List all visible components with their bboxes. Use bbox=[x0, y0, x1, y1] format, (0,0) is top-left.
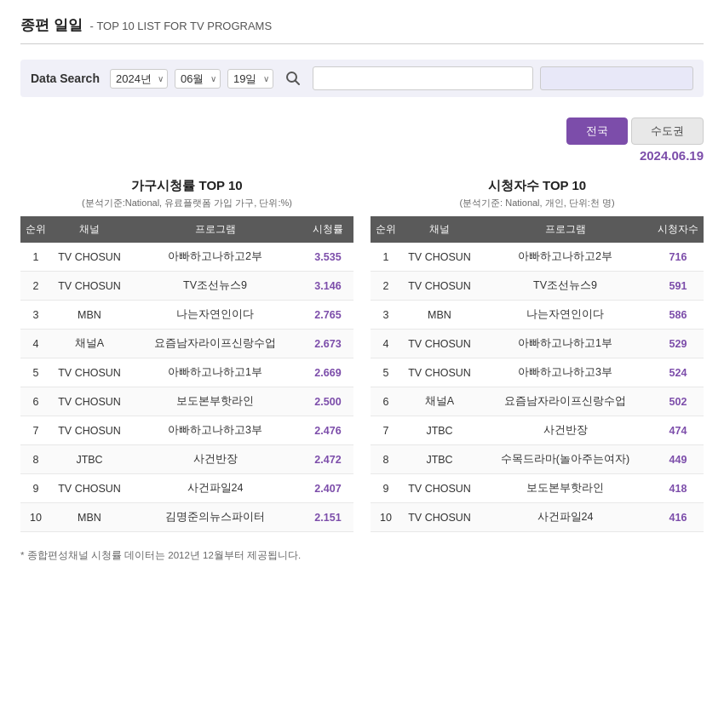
cell-value: 2.407 bbox=[302, 474, 353, 503]
header-title-sub: - TOP 10 LIST FOR TV PROGRAMS bbox=[89, 20, 272, 32]
cell-channel: TV CHOSUN bbox=[401, 243, 478, 272]
cell-value: 2.472 bbox=[302, 445, 353, 474]
cell-program: TV조선뉴스9 bbox=[478, 272, 652, 301]
year-select[interactable]: 2024년 2023년 2022년 bbox=[110, 69, 168, 89]
day-select[interactable]: 01일02일03일04일 05일06일07일08일 09일10일11일12일 1… bbox=[227, 69, 273, 89]
cell-value: 3.146 bbox=[302, 272, 353, 301]
v-col-rank: 순위 bbox=[371, 216, 401, 243]
table-row: 9 TV CHOSUN 사건파일24 2.407 bbox=[20, 474, 353, 503]
cell-value: 2.500 bbox=[302, 387, 353, 416]
footnote: * 종합편성채널 시청률 데이터는 2012년 12월부터 제공됩니다. bbox=[20, 549, 704, 562]
region-buttons: 전국 수도권 bbox=[20, 118, 704, 145]
cell-program: 아빠하고나하고1부 bbox=[128, 358, 302, 387]
svg-line-1 bbox=[295, 81, 299, 85]
header-title-bold: 종편 일일 bbox=[20, 17, 83, 33]
table-row: 10 TV CHOSUN 사건파일24 416 bbox=[371, 503, 704, 532]
cell-value: 474 bbox=[652, 416, 704, 445]
search-input[interactable] bbox=[313, 66, 533, 90]
cell-program: 사건파일24 bbox=[478, 503, 652, 532]
viewers-table: 순위 채널 프로그램 시청자수 1 TV CHOSUN 아빠하고나하고2부 71… bbox=[371, 216, 704, 532]
cell-channel: JTBC bbox=[51, 445, 128, 474]
cell-program: 수목드라마(놀아주는여자) bbox=[478, 445, 652, 474]
viewers-table-title: 시청자수 TOP 10 bbox=[371, 178, 704, 194]
hh-col-rating: 시청률 bbox=[302, 216, 353, 243]
search-button[interactable] bbox=[280, 69, 306, 88]
household-table-section: 가구시청률 TOP 10 (분석기준:National, 유료플랫폼 가입 가구… bbox=[20, 178, 353, 532]
table-row: 10 MBN 김명준의뉴스파이터 2.151 bbox=[20, 503, 353, 532]
cell-program: 요즘남자라이프신랑수업 bbox=[128, 330, 302, 358]
cell-program: 나는자연인이다 bbox=[478, 301, 652, 330]
cell-value: 418 bbox=[652, 474, 704, 503]
cell-value: 2.765 bbox=[302, 301, 353, 330]
cell-value: 449 bbox=[652, 445, 704, 474]
cell-rank: 4 bbox=[20, 330, 51, 358]
table-row: 2 TV CHOSUN TV조선뉴스9 591 bbox=[371, 272, 704, 301]
cell-rank: 2 bbox=[371, 272, 401, 301]
cell-channel: TV CHOSUN bbox=[401, 330, 478, 358]
cell-rank: 3 bbox=[20, 301, 51, 330]
cell-channel: TV CHOSUN bbox=[51, 243, 128, 272]
cell-value: 2.476 bbox=[302, 416, 353, 445]
cell-value: 2.151 bbox=[302, 503, 353, 532]
cell-program: 보도본부핫라인 bbox=[478, 474, 652, 503]
cell-rank: 10 bbox=[371, 503, 401, 532]
cell-program: 사건반장 bbox=[478, 416, 652, 445]
tables-row: 가구시청률 TOP 10 (분석기준:National, 유료플랫폼 가입 가구… bbox=[20, 178, 704, 532]
year-select-wrapper[interactable]: 2024년 2023년 2022년 bbox=[110, 69, 168, 89]
cell-rank: 5 bbox=[371, 358, 401, 387]
cell-value: 502 bbox=[652, 387, 704, 416]
household-table-header-row: 순위 채널 프로그램 시청률 bbox=[20, 216, 353, 243]
cell-program: 보도본부핫라인 bbox=[128, 387, 302, 416]
viewers-table-subtitle: (분석기준: National, 개인, 단위:천 명) bbox=[371, 197, 704, 209]
cell-program: 아빠하고나하고1부 bbox=[478, 330, 652, 358]
cell-program: TV조선뉴스9 bbox=[128, 272, 302, 301]
table-row: 5 TV CHOSUN 아빠하고나하고3부 524 bbox=[371, 358, 704, 387]
cell-program: 아빠하고나하고3부 bbox=[128, 416, 302, 445]
search-result-box bbox=[540, 66, 693, 90]
cell-channel: JTBC bbox=[401, 416, 478, 445]
btn-capital[interactable]: 수도권 bbox=[631, 118, 704, 145]
month-select[interactable]: 01월02월03월 04월05월06월 07월08월09월 10월11월12월 bbox=[175, 69, 221, 89]
cell-rank: 6 bbox=[371, 387, 401, 416]
btn-nationwide[interactable]: 전국 bbox=[566, 118, 628, 145]
search-icon bbox=[285, 71, 301, 86]
hh-col-rank: 순위 bbox=[20, 216, 51, 243]
cell-value: 529 bbox=[652, 330, 704, 358]
cell-value: 586 bbox=[652, 301, 704, 330]
cell-value: 416 bbox=[652, 503, 704, 532]
v-col-viewers: 시청자수 bbox=[652, 216, 704, 243]
hh-col-channel: 채널 bbox=[51, 216, 128, 243]
cell-value: 524 bbox=[652, 358, 704, 387]
household-table-title: 가구시청률 TOP 10 bbox=[20, 178, 353, 194]
cell-program: 사건반장 bbox=[128, 445, 302, 474]
cell-channel: TV CHOSUN bbox=[51, 416, 128, 445]
cell-rank: 2 bbox=[20, 272, 51, 301]
cell-value: 591 bbox=[652, 272, 704, 301]
cell-channel: MBN bbox=[51, 301, 128, 330]
cell-rank: 7 bbox=[371, 416, 401, 445]
cell-channel: TV CHOSUN bbox=[401, 474, 478, 503]
cell-rank: 3 bbox=[371, 301, 401, 330]
date-display: 2024.06.19 bbox=[20, 148, 704, 163]
cell-rank: 5 bbox=[20, 358, 51, 387]
cell-channel: 채널A bbox=[401, 387, 478, 416]
cell-program: 아빠하고나하고3부 bbox=[478, 358, 652, 387]
cell-channel: TV CHOSUN bbox=[51, 387, 128, 416]
day-select-wrapper[interactable]: 01일02일03일04일 05일06일07일08일 09일10일11일12일 1… bbox=[227, 69, 273, 89]
month-select-wrapper[interactable]: 01월02월03월 04월05월06월 07월08월09월 10월11월12월 bbox=[175, 69, 221, 89]
cell-rank: 4 bbox=[371, 330, 401, 358]
cell-channel: TV CHOSUN bbox=[401, 272, 478, 301]
cell-channel: JTBC bbox=[401, 445, 478, 474]
table-row: 4 채널A 요즘남자라이프신랑수업 2.673 bbox=[20, 330, 353, 358]
cell-rank: 1 bbox=[20, 243, 51, 272]
table-row: 6 TV CHOSUN 보도본부핫라인 2.500 bbox=[20, 387, 353, 416]
hh-col-program: 프로그램 bbox=[128, 216, 302, 243]
cell-channel: TV CHOSUN bbox=[401, 358, 478, 387]
page-container: 종편 일일 - TOP 10 LIST FOR TV PROGRAMS Data… bbox=[0, 0, 724, 588]
search-bar: Data Search 2024년 2023년 2022년 01월02월03월 … bbox=[20, 60, 704, 97]
table-row: 3 MBN 나는자연인이다 586 bbox=[371, 301, 704, 330]
cell-program: 요즘남자라이프신랑수업 bbox=[478, 387, 652, 416]
cell-value: 3.535 bbox=[302, 243, 353, 272]
viewers-table-header-row: 순위 채널 프로그램 시청자수 bbox=[371, 216, 704, 243]
cell-program: 사건파일24 bbox=[128, 474, 302, 503]
